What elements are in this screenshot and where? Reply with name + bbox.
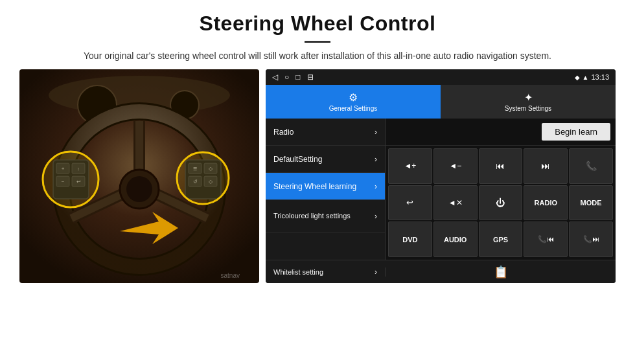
recents-nav-icon[interactable]: □ — [295, 73, 300, 82]
begin-learn-row: Begin learn — [386, 119, 616, 146]
wifi-icon: ▲ — [583, 74, 589, 81]
menu-item-tricolour[interactable]: Tricoloured light settings › — [266, 200, 385, 233]
dvd-button[interactable]: DVD — [388, 222, 432, 257]
steering-wheel-image: + ↕ − ↩ ☰ ◇ ↺ ◇ — [19, 69, 259, 283]
tab-system-label: System Settings — [505, 105, 551, 112]
system-settings-icon: ✦ — [524, 91, 533, 104]
mode-button[interactable]: MODE — [569, 185, 613, 221]
status-time: 13:13 — [591, 73, 609, 81]
page-title: Steering Wheel Control — [39, 12, 596, 36]
svg-point-13 — [126, 176, 152, 202]
general-settings-icon: ⚙ — [349, 91, 358, 104]
home-nav-icon[interactable]: ○ — [284, 73, 289, 82]
dvd-label: DVD — [402, 236, 417, 244]
begin-learn-button[interactable]: Begin learn — [542, 123, 610, 141]
svg-point-32 — [43, 152, 98, 207]
menu-steering-chevron: › — [375, 182, 377, 191]
vol-down-icon: ◄− — [449, 161, 461, 170]
right-panel: Begin learn ◄+ ◄− ⏮ — [386, 119, 616, 260]
menu-default-label: DefaultSetting — [273, 155, 322, 164]
main-content: + ↕ − ↩ ☰ ◇ ↺ ◇ — [0, 69, 635, 364]
location-icon: ◆ — [575, 74, 580, 81]
hangup-button[interactable]: ↩ — [388, 185, 432, 221]
back-nav-icon[interactable]: ◁ — [272, 73, 278, 82]
menu-steering-label: Steering Wheel learning — [273, 182, 356, 191]
menu-item-radio[interactable]: Radio › — [266, 119, 385, 146]
tab-general-label: General Settings — [329, 105, 378, 112]
power-icon: ⏻ — [496, 198, 505, 208]
control-grid: ◄+ ◄− ⏮ ⏭ 📞 — [386, 146, 616, 260]
vol-down-button[interactable]: ◄− — [433, 148, 478, 184]
whitelist-label: Whitelist setting — [273, 268, 323, 276]
title-divider — [305, 41, 330, 43]
gps-button[interactable]: GPS — [479, 222, 523, 257]
menu-nav-icon[interactable]: ⊟ — [307, 73, 314, 82]
menu-radio-chevron: › — [375, 128, 377, 137]
android-device: ◁ ○ □ ⊟ ◆ ▲ 13:13 ⚙ General Settings — [266, 69, 616, 283]
mute-icon: ◄✕ — [448, 198, 463, 207]
vol-up-button[interactable]: ◄+ — [388, 148, 432, 184]
menu-tricolour-chevron: › — [375, 212, 377, 221]
tab-system-settings[interactable]: ✦ System Settings — [441, 85, 616, 119]
power-button[interactable]: ⏻ — [479, 185, 523, 221]
audio-label: AUDIO — [444, 236, 467, 244]
svg-point-33 — [177, 152, 229, 204]
status-bar: ◁ ○ □ ⊟ ◆ ▲ 13:13 — [266, 69, 616, 85]
audio-button[interactable]: AUDIO — [433, 222, 478, 257]
steering-wheel-svg: + ↕ − ↩ ☰ ◇ ↺ ◇ — [19, 69, 259, 283]
status-bar-right: ◆ ▲ 13:13 — [575, 73, 609, 81]
svg-text:satnav: satnav — [221, 272, 240, 279]
menu-default-chevron: › — [375, 155, 377, 164]
prev-track-button[interactable]: ⏮ — [479, 148, 523, 184]
whitelist-row: Whitelist setting › 📋 — [266, 260, 616, 283]
menu-radio-label: Radio — [273, 128, 294, 137]
settings-body: Radio › DefaultSetting › Steering Wheel … — [266, 119, 616, 260]
radio-label: RADIO — [535, 199, 557, 207]
header-section: Steering Wheel Control Your original car… — [0, 0, 635, 69]
phone-prev-icon: 📞⏮ — [538, 235, 554, 244]
prev-track-icon: ⏮ — [496, 161, 505, 171]
radio-button[interactable]: RADIO — [524, 185, 568, 221]
phone-answer-button[interactable]: 📞 — [569, 148, 613, 184]
next-track-icon: ⏭ — [541, 161, 550, 171]
settings-tabs: ⚙ General Settings ✦ System Settings — [266, 85, 616, 119]
next-track-button[interactable]: ⏭ — [524, 148, 568, 184]
menu-item-steering-wheel[interactable]: Steering Wheel learning › — [266, 173, 385, 200]
hangup-icon: ↩ — [406, 198, 413, 207]
skip-fwd-icon: 📞⏭ — [583, 235, 599, 244]
mode-label: MODE — [581, 199, 602, 207]
whitelist-chevron: › — [375, 267, 377, 277]
phone-answer-icon: 📞 — [586, 161, 597, 171]
menu-list: Radio › DefaultSetting › Steering Wheel … — [266, 119, 386, 260]
tab-general-settings[interactable]: ⚙ General Settings — [266, 85, 441, 119]
page-container: Steering Wheel Control Your original car… — [0, 0, 635, 364]
mute-button[interactable]: ◄✕ — [433, 185, 478, 221]
menu-item-defaultsetting[interactable]: DefaultSetting › — [266, 146, 385, 173]
vol-up-icon: ◄+ — [404, 161, 416, 170]
gps-label: GPS — [493, 236, 508, 244]
subtitle-text: Your original car's steering wheel contr… — [71, 49, 564, 63]
skip-fwd-button[interactable]: 📞⏭ — [569, 222, 613, 257]
phone-prev-button[interactable]: 📞⏮ — [524, 222, 568, 257]
menu-tricolour-label: Tricoloured light settings — [273, 211, 351, 220]
status-bar-left: ◁ ○ □ ⊟ — [272, 73, 314, 82]
whitelist-menu-item[interactable]: Whitelist setting › — [266, 267, 386, 277]
file-icon: 📋 — [494, 265, 508, 279]
whitelist-icon-area: 📋 — [386, 265, 616, 279]
